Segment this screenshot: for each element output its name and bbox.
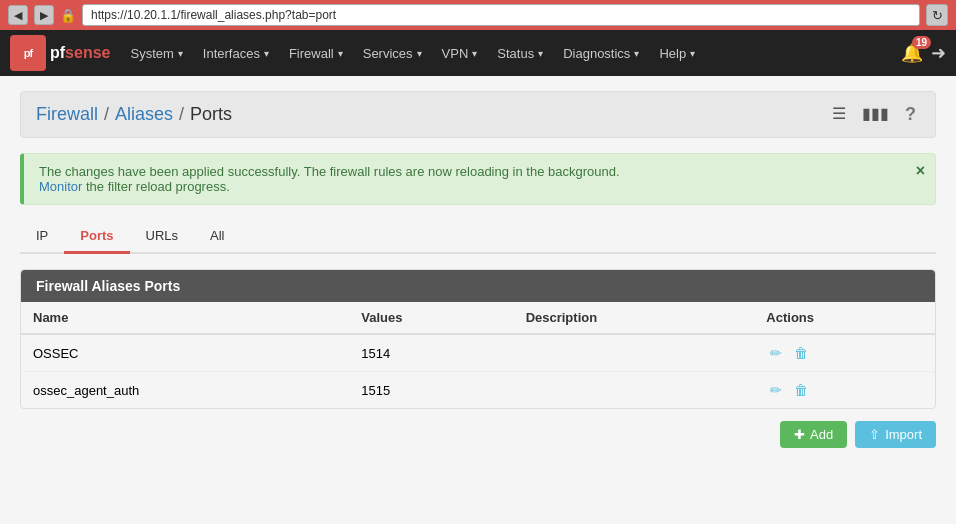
nav-system[interactable]: System ▾ xyxy=(120,30,192,76)
alert-monitor-link[interactable]: Monitor xyxy=(39,179,82,194)
edit-agent-button[interactable]: ✏ xyxy=(766,380,786,400)
vpn-caret: ▾ xyxy=(472,48,477,59)
diagnostics-caret: ▾ xyxy=(634,48,639,59)
back-button[interactable]: ◀ xyxy=(8,5,28,25)
breadcrumb-sep-2: / xyxy=(179,104,184,125)
tab-all[interactable]: All xyxy=(194,220,240,254)
nav-items: System ▾ Interfaces ▾ Firewall ▾ Service… xyxy=(120,30,901,76)
bottom-actions: ✚ Add ⇧ Import xyxy=(20,421,936,448)
alert-bell[interactable]: 🔔 19 xyxy=(901,42,923,64)
alert-message: The changes have been applied successful… xyxy=(39,164,620,179)
browser-chrome: ◀ ▶ 🔒 ↻ xyxy=(0,0,956,30)
brand: pf pfsense xyxy=(10,35,110,71)
nav-vpn[interactable]: VPN ▾ xyxy=(432,30,488,76)
lock-icon: 🔒 xyxy=(60,8,76,23)
col-actions: Actions xyxy=(754,302,935,334)
nav-diagnostics[interactable]: Diagnostics ▾ xyxy=(553,30,649,76)
table-row: OSSEC 1514 ✏ 🗑 xyxy=(21,334,935,372)
url-bar[interactable] xyxy=(82,4,920,26)
brand-logo: pf xyxy=(10,35,46,71)
interfaces-caret: ▾ xyxy=(264,48,269,59)
breadcrumb-firewall[interactable]: Firewall xyxy=(36,104,98,125)
table-row: ossec_agent_auth 1515 ✏ 🗑 xyxy=(21,372,935,409)
settings-icon[interactable]: ☰ xyxy=(828,102,850,127)
nav-firewall[interactable]: Firewall ▾ xyxy=(279,30,353,76)
delete-agent-button[interactable]: 🗑 xyxy=(790,380,812,400)
col-description: Description xyxy=(514,302,755,334)
breadcrumb: Firewall / Aliases / Ports xyxy=(36,104,232,125)
alert-badge: 19 xyxy=(912,36,931,49)
brand-text: pfsense xyxy=(50,44,110,62)
nav-services[interactable]: Services ▾ xyxy=(353,30,432,76)
alert-suffix: the filter reload progress. xyxy=(86,179,230,194)
tab-ip[interactable]: IP xyxy=(20,220,64,254)
alert-close-button[interactable]: × xyxy=(916,162,925,180)
tab-urls[interactable]: URLs xyxy=(130,220,195,254)
row-agent-actions: ✏ 🗑 xyxy=(754,372,935,409)
row-ossec-description xyxy=(514,334,755,372)
row-agent-name: ossec_agent_auth xyxy=(21,372,349,409)
logout-button[interactable]: ➜ xyxy=(931,42,946,64)
nav-right: 🔔 19 ➜ xyxy=(901,42,946,64)
row-ossec-values: 1514 xyxy=(349,334,513,372)
add-icon: ✚ xyxy=(794,427,805,442)
tabs-list: IP Ports URLs All xyxy=(20,220,936,254)
forward-button[interactable]: ▶ xyxy=(34,5,54,25)
breadcrumb-bar: Firewall / Aliases / Ports ☰ ▮▮▮ ? xyxy=(20,91,936,138)
row-agent-values: 1515 xyxy=(349,372,513,409)
help-caret: ▾ xyxy=(690,48,695,59)
nav-help[interactable]: Help ▾ xyxy=(649,30,705,76)
row-agent-description xyxy=(514,372,755,409)
tabs-container: IP Ports URLs All xyxy=(20,220,936,254)
col-values: Values xyxy=(349,302,513,334)
firewall-caret: ▾ xyxy=(338,48,343,59)
nav-interfaces[interactable]: Interfaces ▾ xyxy=(193,30,279,76)
aliases-table: Name Values Description Actions OSSEC 15… xyxy=(21,302,935,408)
chart-icon[interactable]: ▮▮▮ xyxy=(858,102,893,127)
content-area: Firewall / Aliases / Ports ☰ ▮▮▮ ? The c… xyxy=(0,76,956,463)
nav-status[interactable]: Status ▾ xyxy=(487,30,553,76)
reload-button[interactable]: ↻ xyxy=(926,4,948,26)
row-ossec-actions: ✏ 🗑 xyxy=(754,334,935,372)
help-icon[interactable]: ? xyxy=(901,102,920,127)
breadcrumb-actions: ☰ ▮▮▮ ? xyxy=(828,102,920,127)
system-caret: ▾ xyxy=(178,48,183,59)
status-caret: ▾ xyxy=(538,48,543,59)
breadcrumb-aliases[interactable]: Aliases xyxy=(115,104,173,125)
services-caret: ▾ xyxy=(417,48,422,59)
breadcrumb-ports: Ports xyxy=(190,104,232,125)
import-icon: ⇧ xyxy=(869,427,880,442)
add-button[interactable]: ✚ Add xyxy=(780,421,847,448)
panel-title: Firewall Aliases Ports xyxy=(21,270,935,302)
success-alert: The changes have been applied successful… xyxy=(20,153,936,205)
import-button[interactable]: ⇧ Import xyxy=(855,421,936,448)
col-name: Name xyxy=(21,302,349,334)
edit-ossec-button[interactable]: ✏ xyxy=(766,343,786,363)
navbar: pf pfsense System ▾ Interfaces ▾ Firewal… xyxy=(0,30,956,76)
breadcrumb-sep-1: / xyxy=(104,104,109,125)
delete-ossec-button[interactable]: 🗑 xyxy=(790,343,812,363)
tab-ports[interactable]: Ports xyxy=(64,220,129,254)
aliases-panel: Firewall Aliases Ports Name Values Descr… xyxy=(20,269,936,409)
row-ossec-name: OSSEC xyxy=(21,334,349,372)
